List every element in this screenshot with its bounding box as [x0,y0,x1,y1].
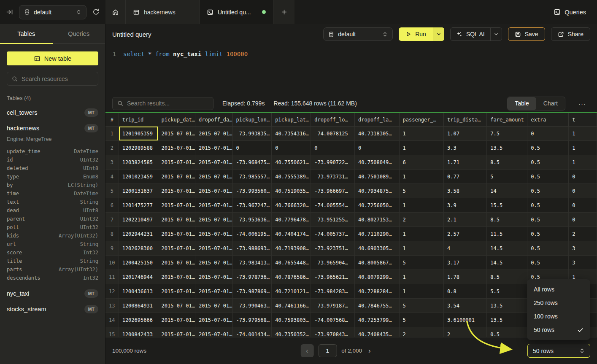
table-cell[interactable]: -73.970843… [311,327,355,337]
global-database-selector[interactable]: default [19,5,86,19]
table-cell[interactable]: 1.71 [444,155,487,170]
table-cell[interactable]: 11.5 [487,227,527,241]
table-cell[interactable]: 2015-07-01… [195,213,232,227]
table-cell[interactable]: 40.7408435… [355,327,399,337]
collapse-sidebar-button[interactable] [6,8,13,16]
column-header[interactable]: passenger_… [400,113,444,127]
table-cell[interactable]: 2015-07-01… [195,256,232,270]
table-cell[interactable]: 0.5 [527,170,569,184]
table-cell[interactable]: 1200425150 [119,256,158,270]
column-header[interactable]: extra [527,113,569,127]
table-cell[interactable]: 2015-07-01… [195,241,232,256]
table-cell[interactable]: 1203824585 [119,155,158,170]
table-cell[interactable]: 40.7404174… [272,227,311,241]
column-header[interactable]: dropoff_lo… [311,113,355,127]
table-cell[interactable]: 14.5 [487,241,527,256]
table-cell[interactable]: 1200131637 [119,184,158,198]
rows-menu-item[interactable]: 100 rows [527,310,590,323]
table-cell[interactable]: -74.001434… [233,327,272,337]
table-cell[interactable]: 0 [569,198,597,213]
table-cell[interactable]: 40.7655448… [272,256,311,270]
column-header[interactable]: trip_id [119,113,158,127]
search-results-input[interactable] [127,100,208,107]
table-cell[interactable]: 40.7253799… [355,313,399,327]
table-cell[interactable]: 0.77 [444,170,487,184]
column-header[interactable]: dropoff_la… [355,113,399,127]
table-cell[interactable]: 2015-07-01… [158,227,195,241]
table-cell[interactable]: 5 [400,256,444,270]
table-cell[interactable]: 1 [569,141,597,155]
table-cell[interactable]: 40.7519035… [272,184,311,198]
table-cell[interactable]: 3.6100001 [444,313,487,327]
table-cell[interactable]: 13.5 [487,313,527,327]
table-cell[interactable]: 2015-07-01… [195,299,232,313]
table-cell[interactable]: 2015-07-01… [158,256,195,270]
table-cell[interactable]: -73.953636… [233,213,272,227]
run-options-button[interactable] [433,27,444,41]
table-cell[interactable]: -73.968475… [233,155,272,170]
table-cell[interactable]: 0.5 [527,227,569,241]
table-cell[interactable]: 1202210497 [119,213,158,227]
sidebar-table-item[interactable]: nyc_taxiMT [7,289,98,298]
table-cell[interactable]: 2015-07-01… [158,127,195,141]
next-page-button[interactable]: › [367,347,373,355]
sql-editor[interactable]: 1 select * from nyc_taxi limit 100000 [105,44,597,94]
table-cell[interactable]: 40.7461166… [272,299,311,313]
table-cell[interactable]: 4 [444,241,487,256]
tab-hackernews[interactable]: hackernews [126,0,200,24]
table-cell[interactable]: 1 [400,284,444,299]
save-button[interactable]: Save [508,27,545,41]
table-cell[interactable]: 5 [400,184,444,198]
column-header[interactable]: # [105,113,119,127]
table-cell[interactable]: 1200864931 [119,299,158,313]
refresh-button[interactable] [92,8,100,16]
rows-menu-item[interactable]: 50 rows [527,323,590,337]
table-cell[interactable]: 2.57 [444,227,487,241]
table-cell[interactable]: 40.7193908… [272,241,311,256]
more-options-button[interactable]: ··· [574,100,590,107]
column-header[interactable]: fare_amount [487,113,527,127]
table-cell[interactable]: 3 [569,241,597,256]
table-cell[interactable]: 40.7934875… [355,184,399,198]
table-cell[interactable]: 1202944231 [119,227,158,241]
table-cell[interactable]: 2015-07-01… [158,241,195,256]
table-cell[interactable]: 3.3 [444,141,487,155]
table-cell[interactable]: 1 [400,170,444,184]
table-cell[interactable]: 2015-07-01… [195,270,232,284]
table-cell[interactable]: 2 [444,327,487,337]
table-cell[interactable]: 1202628300 [119,241,158,256]
table-cell[interactable]: 3.9 [444,198,487,213]
run-button[interactable]: Run [399,27,433,41]
column-header[interactable]: trip_dista… [444,113,487,127]
table-cell[interactable]: 1200436613 [119,284,158,299]
table-cell[interactable]: 40.7796478… [272,213,311,227]
table-cell[interactable]: -73.985557… [233,170,272,184]
table-cell[interactable]: -73.987869… [233,284,272,299]
column-header[interactable]: pickup_lat… [272,113,311,127]
queries-shortcut[interactable]: Queries [554,0,597,24]
rows-per-page-select[interactable]: 50 rows [527,344,590,358]
table-cell[interactable]: -74.006195… [233,227,272,241]
table-cell[interactable]: 2015-07-01… [195,198,232,213]
table-cell[interactable]: 2015-07-01… [195,184,232,198]
toggle-table-view[interactable]: Table [508,97,536,110]
table-cell[interactable]: 0.5 [527,155,569,170]
table-cell[interactable]: 2015-07-01… [195,227,232,241]
table-cell[interactable]: 1.07 [444,127,487,141]
table-cell[interactable]: -73.984283… [311,284,355,299]
table-cell[interactable]: 1202989588 [119,141,158,155]
table-cell[interactable]: 2015-07-01… [195,127,232,141]
table-cell[interactable]: 40.7110290… [355,227,399,241]
table-cell[interactable]: -73.988693… [233,241,272,256]
table-cell[interactable]: 7.5 [487,127,527,141]
table-cell[interactable]: 40.7256050… [355,198,399,213]
table-cell[interactable]: 3 [569,256,597,270]
rows-menu-item[interactable]: All rows [527,283,590,296]
table-cell[interactable]: 0.5 [527,198,569,213]
table-cell[interactable]: 1 [400,241,444,256]
table-cell[interactable]: 2015-07-01… [195,155,232,170]
toggle-chart-view[interactable]: Chart [536,97,565,110]
table-cell[interactable]: 0.5 [487,327,527,337]
table-cell[interactable]: 6 [400,155,444,170]
table-cell[interactable]: 40.7593803… [272,313,311,327]
